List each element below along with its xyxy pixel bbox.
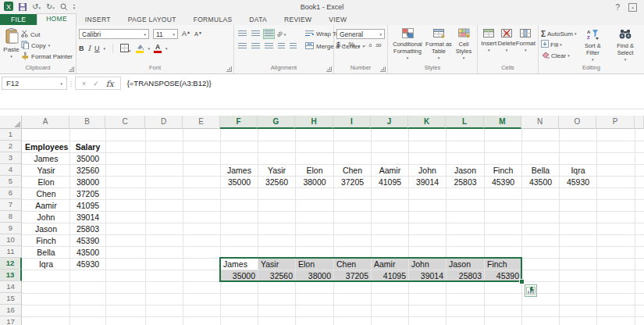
tab-formulas[interactable]: FORMULAS bbox=[185, 14, 241, 25]
row-header[interactable]: 3 bbox=[0, 152, 22, 164]
format-as-table-button[interactable]: Format as Table▾ bbox=[425, 27, 453, 64]
cell[interactable]: Chen bbox=[334, 165, 371, 176]
cell[interactable]: 32560 bbox=[258, 270, 295, 281]
cell[interactable]: 35000 bbox=[221, 270, 258, 281]
row-header[interactable]: 5 bbox=[0, 176, 22, 188]
tab-insert[interactable]: INSERT bbox=[76, 14, 119, 25]
cell[interactable]: 38000 bbox=[70, 177, 105, 188]
cell[interactable]: Jason bbox=[447, 165, 484, 176]
cell[interactable]: 45930 bbox=[70, 259, 105, 270]
cell[interactable]: Yasir bbox=[258, 165, 295, 176]
column-header[interactable]: B bbox=[69, 116, 105, 129]
cell[interactable]: 38000 bbox=[296, 177, 333, 188]
cell[interactable]: Finch bbox=[485, 165, 521, 176]
accounting-format-button[interactable]: $ bbox=[336, 41, 340, 48]
column-header[interactable]: E bbox=[183, 116, 220, 129]
cell[interactable]: Iqra bbox=[560, 165, 596, 176]
cancel-formula-icon[interactable]: × bbox=[82, 80, 86, 88]
tab-file[interactable]: FILE bbox=[0, 14, 37, 25]
cell[interactable]: 39014 bbox=[409, 177, 446, 188]
format-cells-button[interactable]: Format▾ bbox=[516, 27, 535, 64]
column-header[interactable]: I bbox=[333, 116, 371, 129]
italic-button[interactable]: I bbox=[88, 45, 91, 52]
column-header[interactable]: K bbox=[408, 116, 446, 129]
cell[interactable]: 41095 bbox=[70, 200, 105, 211]
cell[interactable]: Bella bbox=[23, 247, 69, 258]
delete-cells-button[interactable]: Delete▾ bbox=[498, 27, 516, 64]
number-dialog-launcher[interactable] bbox=[380, 66, 386, 72]
top-align-button[interactable] bbox=[237, 29, 248, 39]
undo-icon[interactable]: ↺▾ bbox=[32, 3, 41, 11]
cell[interactable]: 43500 bbox=[70, 247, 105, 258]
insert-cells-button[interactable]: Insert▾ bbox=[480, 27, 498, 64]
cell[interactable]: 39014 bbox=[70, 212, 105, 223]
row-header[interactable]: 7 bbox=[0, 199, 22, 211]
find-select-button[interactable]: Find & Select▾ bbox=[609, 27, 642, 64]
format-painter-button[interactable]: Format Painter bbox=[20, 52, 73, 61]
row-header[interactable]: 1 bbox=[0, 129, 22, 141]
cell[interactable]: 37205 bbox=[334, 177, 371, 188]
row-header[interactable]: 6 bbox=[0, 188, 22, 199]
autosum-button[interactable]: Σ AutoSum▾ bbox=[541, 29, 576, 38]
cell[interactable]: James bbox=[221, 165, 258, 176]
cell[interactable]: 32560 bbox=[70, 165, 105, 176]
decrease-indent-button[interactable] bbox=[276, 41, 286, 52]
tab-review[interactable]: REVIEW bbox=[276, 14, 320, 25]
row-header[interactable]: 17 bbox=[0, 316, 22, 325]
cell[interactable]: 35000 bbox=[70, 153, 105, 164]
row-header[interactable]: 8 bbox=[0, 211, 22, 223]
cell[interactable]: Yasir bbox=[258, 259, 295, 270]
customize-qat-icon[interactable]: ▾ bbox=[73, 5, 76, 9]
comma-style-button[interactable]: , bbox=[358, 41, 361, 48]
align-left-button[interactable] bbox=[237, 41, 248, 52]
column-header[interactable]: F bbox=[220, 116, 258, 129]
clipboard-dialog-launcher[interactable] bbox=[69, 66, 74, 72]
tab-view[interactable]: VIEW bbox=[320, 14, 355, 25]
bottom-align-button[interactable] bbox=[263, 29, 275, 39]
column-header[interactable]: M bbox=[484, 116, 521, 129]
cell[interactable]: 37205 bbox=[334, 270, 371, 281]
select-all-corner[interactable] bbox=[0, 116, 22, 129]
cell[interactable]: Finch bbox=[23, 235, 69, 246]
redo-icon[interactable]: ↻▾ bbox=[46, 3, 55, 11]
decrease-font-size-button[interactable]: A▼ bbox=[194, 31, 202, 38]
cell[interactable]: Jason bbox=[447, 259, 484, 270]
cell[interactable]: 38000 bbox=[296, 270, 333, 281]
fill-button[interactable]: Fill▾ bbox=[541, 40, 576, 49]
cell[interactable]: 45390 bbox=[485, 177, 521, 188]
row-header[interactable]: 2 bbox=[0, 141, 22, 152]
paste-button[interactable]: Paste ▾ bbox=[2, 27, 20, 64]
quick-analysis-button[interactable] bbox=[525, 284, 537, 297]
font-size-select[interactable]: 11▾ bbox=[153, 29, 178, 39]
cell[interactable]: 41095 bbox=[372, 270, 408, 281]
cell[interactable]: James bbox=[23, 153, 69, 164]
row-header[interactable]: 10 bbox=[0, 234, 22, 246]
cell[interactable]: Bella bbox=[522, 165, 559, 176]
cell[interactable]: 25803 bbox=[447, 270, 484, 281]
increase-decimal-button[interactable]: ←.0 bbox=[363, 43, 372, 48]
align-right-button[interactable] bbox=[263, 41, 275, 52]
increase-font-size-button[interactable]: A▲ bbox=[182, 30, 190, 38]
column-header[interactable] bbox=[635, 116, 644, 129]
tab-page-layout[interactable]: PAGE LAYOUT bbox=[119, 14, 185, 25]
tab-home[interactable]: HOME bbox=[37, 13, 76, 25]
column-header[interactable]: L bbox=[446, 116, 484, 129]
column-header[interactable]: G bbox=[258, 116, 295, 129]
column-header[interactable]: H bbox=[295, 116, 333, 129]
cell[interactable]: 45930 bbox=[560, 177, 596, 188]
percent-style-button[interactable]: % bbox=[349, 41, 355, 48]
cell[interactable]: John bbox=[409, 165, 446, 176]
sort-filter-button[interactable]: AZ Sort & Filter▾ bbox=[576, 27, 609, 64]
fill-color-button[interactable] bbox=[135, 44, 144, 53]
column-header[interactable]: O bbox=[559, 116, 596, 129]
font-color-button[interactable]: A bbox=[154, 44, 162, 54]
cell[interactable]: 39014 bbox=[409, 270, 446, 281]
bold-button[interactable]: B bbox=[79, 45, 84, 52]
conditional-formatting-button[interactable]: ≠ Conditional Formatting▾ bbox=[390, 27, 425, 64]
cell[interactable]: Chen bbox=[334, 259, 371, 270]
cell-styles-button[interactable]: Cell Styles▾ bbox=[453, 27, 475, 64]
fill-handle[interactable] bbox=[519, 279, 525, 284]
orientation-button[interactable]: ab bbox=[276, 30, 283, 38]
row-header[interactable]: 16 bbox=[0, 305, 22, 316]
cell[interactable]: 25803 bbox=[70, 223, 105, 234]
